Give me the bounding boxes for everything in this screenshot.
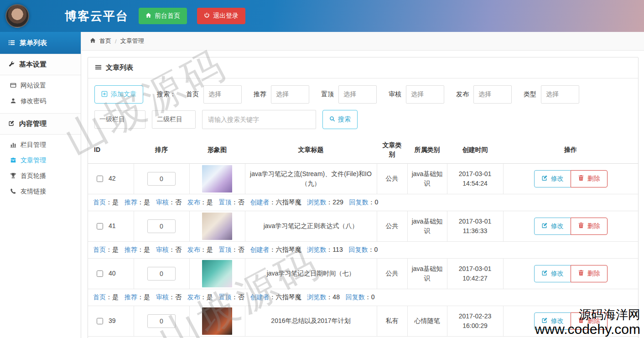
article-thumbnail[interactable]: [202, 307, 232, 335]
edit-button[interactable]: 修改: [534, 170, 571, 187]
meta-label-replies[interactable]: 回复数: [346, 293, 365, 301]
meta-label-home[interactable]: 首页: [93, 198, 106, 206]
table-row: 40 java学习笔记之日期时间（七） 公共 java基础知识 2017-03-…: [88, 258, 638, 289]
article-thumbnail[interactable]: [202, 165, 232, 192]
meta-label-views[interactable]: 浏览数: [307, 246, 326, 253]
level1-column-select[interactable]: 一级栏目: [94, 110, 145, 129]
meta-label-replies[interactable]: 回复数: [349, 246, 368, 253]
trophy-icon: [10, 172, 16, 180]
front-home-button[interactable]: 前台首页: [139, 8, 187, 24]
filter-select-top[interactable]: 选择: [338, 85, 377, 104]
meta-label-views[interactable]: 浏览数: [307, 198, 326, 206]
meta-label-top[interactable]: 置顶: [219, 198, 232, 206]
delete-button[interactable]: 删除: [571, 218, 608, 235]
edit-button[interactable]: 修改: [534, 312, 571, 330]
sidebar-item-article-mgmt[interactable]: 文章管理: [0, 153, 81, 168]
row-checkbox[interactable]: [97, 176, 103, 182]
article-category: 心情随笔: [415, 317, 440, 324]
sort-input[interactable]: [147, 172, 176, 186]
edit-button[interactable]: 修改: [534, 265, 571, 282]
row-checkbox[interactable]: [97, 270, 103, 277]
col-header-sort: 排序: [134, 136, 189, 163]
row-checkbox[interactable]: [97, 223, 103, 229]
article-list-panel: 文章列表 添加文章 搜索： 首页 选择 推荐 选择 置顶 选择 审核: [88, 57, 639, 338]
meta-value-home: 是: [112, 198, 119, 206]
article-thumbnail[interactable]: [202, 213, 232, 240]
sidebar-item-site-settings[interactable]: 网站设置: [0, 78, 81, 94]
meta-label-audit[interactable]: 审核: [156, 293, 169, 301]
meta-label-top[interactable]: 置顶: [219, 293, 232, 301]
add-article-button[interactable]: 添加文章: [94, 85, 143, 104]
panel-title: 文章列表: [106, 63, 133, 72]
meta-label-publish[interactable]: 发布: [187, 246, 200, 253]
breadcrumb-home[interactable]: 首页: [99, 37, 111, 45]
meta-label-publish[interactable]: 发布: [187, 293, 200, 301]
meta-value-audit: 否: [175, 246, 182, 253]
meta-label-recommend[interactable]: 推荐: [125, 293, 137, 301]
delete-button[interactable]: 删除: [571, 312, 608, 330]
sort-input[interactable]: [147, 314, 176, 328]
meta-label-creator[interactable]: 创建者: [250, 246, 269, 253]
article-type: 公共: [386, 270, 399, 277]
filter-select-recommend[interactable]: 选择: [271, 85, 309, 104]
sidebar-section-content-mgmt[interactable]: 内容管理: [0, 113, 81, 135]
meta-label-home[interactable]: 首页: [93, 246, 106, 253]
meta-label-creator[interactable]: 创建者: [250, 198, 269, 206]
col-header-id: ID: [88, 136, 134, 163]
meta-value-replies: 0: [374, 246, 378, 253]
meta-label-recommend[interactable]: 推荐: [125, 198, 137, 206]
logout-button[interactable]: 退出登录: [197, 8, 245, 24]
edit-button[interactable]: 修改: [534, 218, 571, 235]
meta-value-top: 否: [238, 198, 244, 206]
filter-select-type[interactable]: 选择: [541, 85, 579, 104]
meta-label-audit[interactable]: 审核: [156, 246, 169, 253]
article-table: ID 排序 形象图 文章标题 文章类别 所属类别 创建时间 操作 42: [88, 136, 638, 338]
sidebar-item-change-password[interactable]: 修改密码: [0, 94, 81, 109]
col-header-created: 创建时间: [447, 136, 503, 163]
edit-label: 修改: [551, 175, 564, 183]
filter-select-publish[interactable]: 选择: [473, 85, 512, 104]
col-header-category: 所属类别: [407, 136, 447, 163]
panel-header: 文章列表: [88, 57, 638, 78]
sort-input[interactable]: [147, 267, 176, 281]
meta-value-views: 48: [332, 293, 340, 301]
row-actions: 修改 删除: [534, 170, 608, 187]
meta-value-recommend: 是: [144, 246, 150, 253]
meta-value-top: 否: [238, 246, 244, 253]
sidebar-item-home-carousel[interactable]: 首页轮播: [0, 168, 81, 184]
meta-label-top[interactable]: 置顶: [219, 246, 232, 253]
delete-label: 删除: [587, 317, 600, 325]
meta-value-recommend: 是: [144, 293, 150, 301]
row-checkbox[interactable]: [97, 318, 103, 324]
delete-button[interactable]: 删除: [571, 265, 608, 282]
meta-label-publish[interactable]: 发布: [187, 198, 200, 206]
user-icon: [10, 98, 16, 105]
meta-label-recommend[interactable]: 推荐: [125, 246, 137, 253]
filter-label-top: 置顶: [321, 90, 334, 99]
meta-label-views[interactable]: 浏览数: [307, 293, 326, 301]
trash-icon: [578, 317, 584, 325]
keyword-input[interactable]: [202, 110, 316, 129]
sidebar-section-basic-settings[interactable]: 基本设置: [0, 54, 81, 75]
filter-select-audit[interactable]: 选择: [406, 85, 444, 104]
meta-label-home[interactable]: 首页: [93, 293, 106, 301]
avatar[interactable]: [5, 4, 29, 28]
meta-value-publish: 是: [207, 246, 213, 253]
col-header-image: 形象图: [189, 136, 245, 163]
sidebar-item-friend-links[interactable]: 友情链接: [0, 184, 81, 199]
delete-button[interactable]: 删除: [571, 170, 608, 187]
plus-square-icon: [101, 91, 108, 99]
edit-icon: [8, 120, 15, 128]
meta-label-audit[interactable]: 审核: [156, 198, 169, 206]
filter-select-home[interactable]: 选择: [203, 85, 242, 104]
article-title: java学习笔记之流(Stream)、文件(File)和IO（九）: [250, 170, 372, 187]
menu-list-header: 菜单列表: [0, 32, 81, 54]
meta-label-replies[interactable]: 回复数: [349, 198, 369, 206]
sidebar-item-column-mgmt[interactable]: 栏目管理: [0, 137, 81, 153]
sort-input[interactable]: [147, 219, 176, 233]
article-thumbnail[interactable]: [202, 260, 232, 287]
meta-label-creator[interactable]: 创建者: [250, 293, 269, 301]
search-button[interactable]: 搜索: [322, 110, 358, 129]
level2-column-select[interactable]: 二级栏目: [152, 110, 196, 129]
sidebar-item-label: 首页轮播: [21, 172, 46, 180]
